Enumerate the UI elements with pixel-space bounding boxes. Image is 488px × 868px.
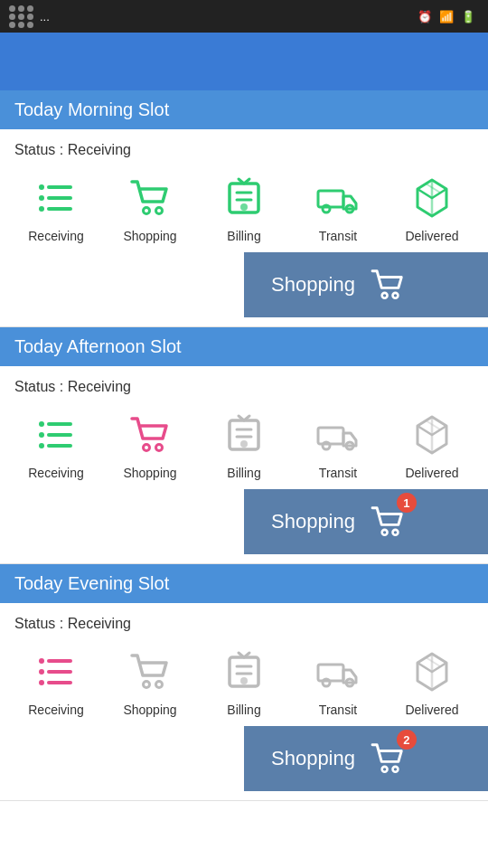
billing-icon-evening: [221, 648, 267, 699]
svg-point-6: [144, 208, 150, 214]
svg-point-38: [39, 669, 44, 675]
slot-title-morning: Today Morning Slot: [14, 99, 169, 119]
icon-label-cart-afternoon: Shopping: [123, 466, 176, 480]
shopping-btn-label-evening: Shopping: [271, 747, 355, 770]
svg-point-39: [39, 680, 44, 685]
icon-label-billing-morning: Billing: [227, 229, 260, 243]
wifi-icon: 📶: [439, 10, 454, 24]
btn-row-morning: Shopping: [0, 247, 488, 326]
svg-point-11: [240, 203, 248, 211]
icons-row-afternoon: Receiving Shopping Billing Transit Deliv…: [0, 401, 488, 484]
svg-point-7: [156, 208, 163, 214]
svg-point-20: [39, 421, 44, 427]
cart-icon-morning: [127, 175, 174, 225]
svg-point-24: [156, 445, 163, 451]
slot-header-afternoon: Today Afternoon Slot: [0, 327, 488, 366]
list-icon-evening: [33, 648, 80, 699]
list-icon-afternoon: [33, 411, 80, 462]
icon-item-list-afternoon: Receiving: [20, 411, 92, 480]
icon-label-truck-evening: Transit: [319, 703, 357, 717]
btn-row-evening: Shopping 2: [0, 721, 488, 800]
slots-container: Today Morning SlotStatus : Receiving Rec…: [0, 90, 488, 801]
status-row-evening: Status : Receiving: [0, 603, 488, 637]
icon-item-cart-evening: Shopping: [114, 648, 186, 717]
icon-label-cart-morning: Shopping: [123, 229, 176, 243]
icon-label-truck-morning: Transit: [319, 229, 357, 243]
badge-afternoon: 1: [397, 493, 417, 513]
billing-icon-afternoon: [221, 411, 267, 462]
billing-icon-morning: [221, 175, 267, 225]
status-row-afternoon: Status : Receiving: [0, 366, 488, 401]
shopping-button-morning[interactable]: Shopping: [244, 252, 488, 317]
badge-evening: 2: [397, 730, 417, 750]
delivered-icon-evening: [408, 648, 455, 699]
svg-point-15: [382, 293, 388, 298]
cart-icon-afternoon: [127, 411, 174, 462]
icon-item-cart-afternoon: Shopping: [114, 411, 186, 480]
icon-item-cart-morning: Shopping: [114, 175, 186, 243]
svg-point-41: [156, 682, 163, 688]
icon-item-delivered-morning: Delivered: [396, 175, 468, 243]
icon-item-delivered-afternoon: Delivered: [396, 411, 468, 480]
cart-icon-wrap-morning: [368, 265, 408, 305]
icon-item-truck-evening: Transit: [302, 648, 374, 717]
btn-row-afternoon: Shopping 1: [0, 484, 488, 563]
icon-label-truck-afternoon: Transit: [319, 466, 357, 480]
status-bar-left: ...: [9, 5, 50, 28]
icon-label-list-morning: Receiving: [28, 229, 83, 243]
svg-point-5: [39, 206, 44, 212]
icon-item-list-evening: Receiving: [20, 648, 92, 717]
header: [0, 33, 488, 90]
icon-label-delivered-afternoon: Delivered: [405, 466, 458, 480]
status-bar: ... ⏰ 📶 🔋: [0, 0, 488, 33]
svg-point-23: [144, 445, 150, 451]
svg-point-3: [39, 184, 44, 190]
svg-point-30: [323, 442, 330, 449]
icon-label-billing-afternoon: Billing: [227, 466, 260, 480]
icon-label-delivered-morning: Delivered: [405, 229, 458, 243]
list-icon-morning: [33, 175, 80, 225]
battery-icon: 🔋: [461, 10, 475, 24]
shopping-btn-label-afternoon: Shopping: [271, 510, 355, 533]
slot-header-evening: Today Evening Slot: [0, 564, 488, 603]
icons-row-evening: Receiving Shopping Billing Transit Deliv…: [0, 637, 488, 721]
delivered-icon-afternoon: [408, 411, 455, 462]
svg-point-28: [240, 440, 248, 448]
icon-label-cart-evening: Shopping: [123, 703, 176, 717]
slot-section-evening: Today Evening SlotStatus : Receiving Rec…: [0, 564, 488, 801]
svg-point-21: [39, 432, 44, 438]
icon-label-list-afternoon: Receiving: [28, 466, 83, 480]
slot-section-morning: Today Morning SlotStatus : Receiving Rec…: [0, 90, 488, 327]
cart-icon-wrap-evening: 2: [368, 739, 408, 778]
shopping-button-afternoon[interactable]: Shopping 1: [244, 489, 488, 554]
slot-header-morning: Today Morning Slot: [0, 90, 488, 129]
icon-item-truck-afternoon: Transit: [302, 411, 374, 480]
icon-label-list-evening: Receiving: [28, 703, 83, 717]
svg-point-16: [392, 293, 398, 298]
svg-point-40: [144, 682, 150, 688]
truck-icon-morning: [314, 175, 361, 225]
svg-point-33: [392, 530, 398, 535]
icons-row-morning: Receiving Shopping Billing Transit Deliv…: [0, 164, 488, 247]
icon-item-truck-morning: Transit: [302, 175, 374, 243]
svg-point-32: [382, 530, 388, 535]
svg-point-50: [392, 767, 398, 772]
status-bar-right: ⏰ 📶 🔋: [418, 10, 479, 24]
alarm-icon: ⏰: [418, 10, 432, 24]
icon-item-billing-afternoon: Billing: [208, 411, 280, 480]
svg-point-13: [323, 205, 330, 212]
truck-icon-evening: [314, 648, 361, 699]
cart-icon-wrap-afternoon: 1: [368, 502, 408, 542]
svg-rect-29: [318, 428, 343, 444]
slot-title-afternoon: Today Afternoon Slot: [14, 336, 182, 356]
icon-item-list-morning: Receiving: [20, 175, 92, 243]
icon-item-billing-morning: Billing: [208, 175, 280, 243]
slot-section-afternoon: Today Afternoon SlotStatus : Receiving R…: [0, 327, 488, 564]
icon-label-delivered-evening: Delivered: [405, 703, 458, 717]
cart-icon-evening: [127, 648, 174, 699]
icon-item-billing-evening: Billing: [208, 648, 280, 717]
status-row-morning: Status : Receiving: [0, 129, 488, 164]
svg-point-47: [323, 679, 330, 686]
status-ellipsis: ...: [40, 10, 50, 24]
shopping-button-evening[interactable]: Shopping 2: [244, 726, 488, 791]
